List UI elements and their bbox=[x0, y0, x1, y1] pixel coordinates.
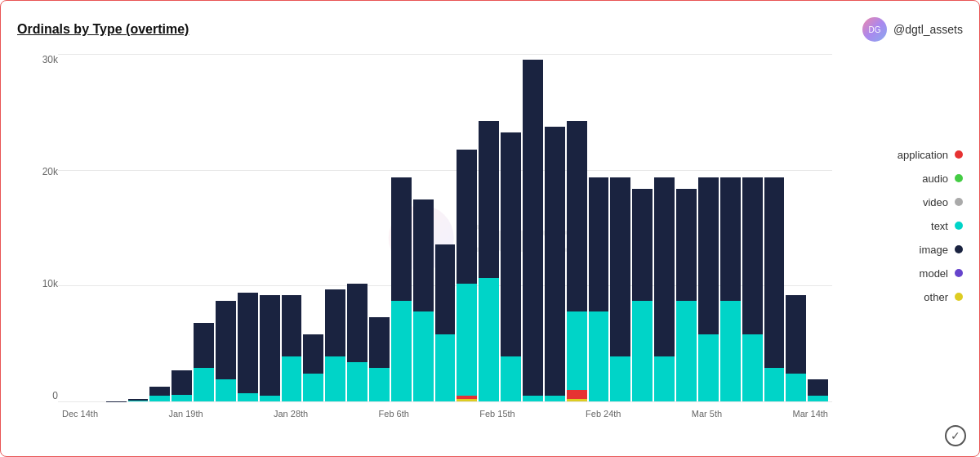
bar-stack bbox=[764, 177, 785, 401]
x-axis: Dec 14th Jan 19th Jan 28th Feb 6th Feb 1… bbox=[58, 401, 832, 426]
bar-stack bbox=[347, 284, 368, 401]
bar-segment-text bbox=[260, 396, 280, 401]
bar-stack bbox=[742, 177, 763, 401]
legend-item-application: application bbox=[849, 149, 963, 161]
bar-segment-image bbox=[589, 177, 609, 312]
bar-stack bbox=[523, 60, 543, 401]
bar-stack bbox=[238, 293, 258, 401]
bar-segment-image bbox=[808, 379, 828, 397]
bar-segment-image bbox=[435, 244, 456, 334]
bar-stack bbox=[567, 121, 587, 401]
x-label-mar5: Mar 5th bbox=[692, 409, 722, 419]
checkmark: ✓ bbox=[945, 425, 966, 446]
bar-segment-image bbox=[501, 132, 521, 356]
bar-segment-text bbox=[172, 395, 192, 401]
legend-dot-video bbox=[955, 198, 963, 206]
bar-segment-text bbox=[545, 396, 565, 401]
bar-stack bbox=[260, 295, 280, 401]
legend-dot-application bbox=[955, 150, 963, 159]
legend-item-other: other bbox=[849, 291, 963, 303]
bar-group bbox=[84, 54, 105, 401]
bar-group bbox=[545, 54, 565, 401]
bar-group bbox=[106, 54, 127, 401]
bar-segment-image bbox=[194, 323, 214, 368]
bar-segment-image bbox=[457, 150, 477, 285]
x-label-feb24: Feb 24th bbox=[586, 409, 621, 419]
bar-group bbox=[128, 54, 149, 401]
bar-segment-text bbox=[216, 379, 236, 401]
bar-segment-image bbox=[545, 127, 565, 396]
bar-segment-image bbox=[369, 317, 390, 368]
bar-stack bbox=[589, 177, 609, 401]
bar-segment-image bbox=[172, 370, 192, 395]
bar-stack bbox=[391, 177, 412, 401]
bar-group bbox=[567, 54, 587, 401]
user-badge: DG @dgtl_assets bbox=[862, 17, 963, 42]
legend-dot-model bbox=[955, 269, 963, 277]
y-axis: 30k 20k 10k 0 bbox=[17, 50, 58, 426]
bar-group bbox=[435, 54, 456, 401]
chart-title: Ordinals by Type (overtime) bbox=[17, 22, 189, 37]
bar-stack bbox=[282, 295, 302, 401]
bar-segment-text bbox=[479, 278, 499, 401]
bar-segment-image bbox=[391, 177, 412, 301]
bar-group bbox=[260, 54, 280, 401]
bar-stack bbox=[720, 177, 741, 401]
bar-segment-text bbox=[391, 301, 412, 401]
bar-stack bbox=[545, 127, 565, 401]
bar-segment-image bbox=[303, 334, 323, 374]
bar-segment-image bbox=[282, 295, 302, 356]
bar-group bbox=[698, 54, 719, 401]
bar-segment-text bbox=[808, 396, 828, 401]
bar-group bbox=[589, 54, 609, 401]
bar-segment-image bbox=[632, 189, 653, 301]
bar-group bbox=[808, 54, 828, 401]
bar-group bbox=[786, 54, 806, 401]
bar-segment-text bbox=[457, 284, 477, 396]
legend-label-model: model bbox=[920, 267, 948, 280]
bar-segment-text bbox=[282, 356, 302, 401]
y-label-30k: 30k bbox=[42, 54, 58, 65]
x-label-jan19: Jan 19th bbox=[168, 409, 203, 419]
bar-group bbox=[282, 54, 302, 401]
bar-stack bbox=[149, 387, 170, 401]
chart-container: Ordinals by Type (overtime) DG @dgtl_ass… bbox=[0, 0, 980, 457]
bar-segment-image bbox=[479, 121, 499, 278]
x-label-mar14: Mar 14th bbox=[793, 409, 828, 419]
bars-container bbox=[58, 54, 832, 401]
bar-group bbox=[654, 54, 675, 401]
bar-segment-image bbox=[654, 177, 675, 356]
bar-group bbox=[632, 54, 653, 401]
legend-label-video: video bbox=[923, 196, 948, 208]
x-label-feb15: Feb 15th bbox=[479, 409, 514, 419]
bar-group bbox=[720, 54, 741, 401]
bar-stack bbox=[172, 370, 192, 401]
bar-segment-text bbox=[654, 356, 675, 401]
bar-stack bbox=[194, 323, 214, 401]
chart-wrapper: Dump Dec 14th Jan 19th bbox=[58, 50, 832, 426]
bar-group bbox=[303, 54, 323, 401]
bar-stack bbox=[479, 121, 499, 401]
chart-inner bbox=[58, 54, 832, 401]
bar-group bbox=[413, 54, 434, 401]
x-labels: Dec 14th Jan 19th Jan 28th Feb 6th Feb 1… bbox=[58, 409, 832, 419]
bar-stack bbox=[303, 334, 323, 401]
bar-segment-image bbox=[698, 177, 719, 334]
bar-stack bbox=[216, 301, 236, 401]
bar-segment-image bbox=[523, 60, 543, 396]
bar-stack bbox=[654, 177, 675, 401]
legend-dot-text bbox=[955, 222, 963, 230]
bar-group bbox=[62, 54, 82, 401]
bar-group bbox=[325, 54, 345, 401]
bar-segment-text bbox=[149, 396, 170, 401]
bar-group bbox=[194, 54, 214, 401]
bar-group bbox=[347, 54, 368, 401]
legend-item-image: image bbox=[849, 244, 963, 256]
x-label-feb6: Feb 6th bbox=[379, 409, 409, 419]
bar-segment-text bbox=[720, 301, 741, 401]
bar-segment-text bbox=[413, 311, 434, 401]
bar-group bbox=[216, 54, 236, 401]
bar-segment-image bbox=[238, 293, 258, 393]
legend-label-audio: audio bbox=[922, 172, 948, 185]
header: Ordinals by Type (overtime) DG @dgtl_ass… bbox=[17, 17, 963, 42]
